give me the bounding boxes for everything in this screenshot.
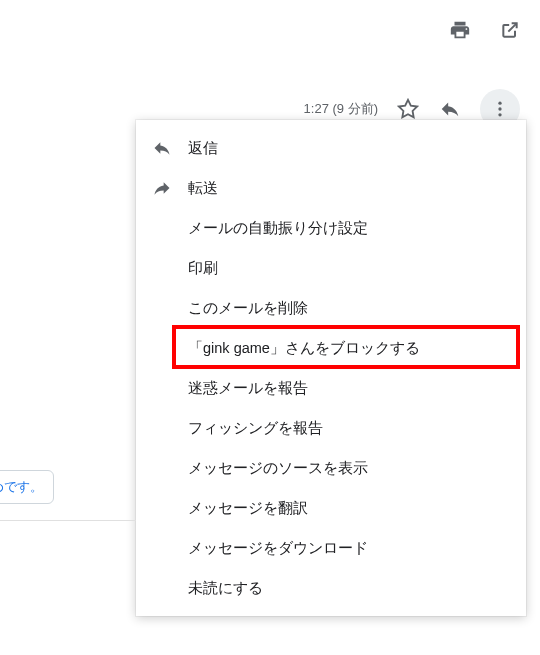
forward-icon (152, 178, 188, 198)
menu-filter[interactable]: メールの自動振り分け設定 (136, 208, 526, 248)
more-vert-icon (490, 99, 510, 119)
menu-label: メッセージを翻訳 (188, 499, 508, 518)
svg-point-2 (498, 113, 501, 116)
menu-label: メッセージをダウンロード (188, 539, 508, 558)
partial-chip-text: めです。 (0, 479, 43, 494)
svg-point-1 (498, 107, 501, 110)
menu-print[interactable]: 印刷 (136, 248, 526, 288)
partial-chip: めです。 (0, 470, 54, 504)
menu-label: メッセージのソースを表示 (188, 459, 508, 478)
menu-label: このメールを削除 (188, 299, 508, 318)
print-icon-button[interactable] (448, 18, 472, 42)
menu-show-original[interactable]: メッセージのソースを表示 (136, 448, 526, 488)
printer-icon (449, 19, 471, 41)
star-button[interactable] (396, 97, 420, 121)
menu-reply[interactable]: 返信 (136, 128, 526, 168)
menu-label: フィッシングを報告 (188, 419, 508, 438)
menu-label: 「gink game」さんをブロックする (188, 339, 508, 358)
menu-label: 未読にする (188, 579, 508, 598)
menu-mark-unread[interactable]: 未読にする (136, 568, 526, 608)
menu-label: メールの自動振り分け設定 (188, 219, 508, 238)
reply-icon (152, 138, 188, 158)
menu-delete[interactable]: このメールを削除 (136, 288, 526, 328)
reply-arrow-icon (439, 98, 461, 120)
more-options-menu: 返信 転送 メールの自動振り分け設定 印刷 このメールを削除 「gink gam… (136, 120, 526, 616)
menu-block-sender[interactable]: 「gink game」さんをブロックする (136, 328, 526, 368)
menu-download[interactable]: メッセージをダウンロード (136, 528, 526, 568)
menu-label: 印刷 (188, 259, 508, 278)
menu-label: 返信 (188, 139, 508, 158)
star-outline-icon (397, 98, 419, 120)
menu-report-phishing[interactable]: フィッシングを報告 (136, 408, 526, 448)
menu-forward[interactable]: 転送 (136, 168, 526, 208)
open-external-icon (500, 20, 520, 40)
top-action-bar (448, 18, 522, 42)
menu-label: 迷惑メールを報告 (188, 379, 508, 398)
menu-report-spam[interactable]: 迷惑メールを報告 (136, 368, 526, 408)
divider (0, 520, 136, 521)
reply-icon-button[interactable] (438, 97, 462, 121)
menu-translate[interactable]: メッセージを翻訳 (136, 488, 526, 528)
timestamp-text: 1:27 (9 分前) (304, 100, 378, 118)
menu-label: 転送 (188, 179, 508, 198)
open-new-window-button[interactable] (498, 18, 522, 42)
svg-point-0 (498, 102, 501, 105)
